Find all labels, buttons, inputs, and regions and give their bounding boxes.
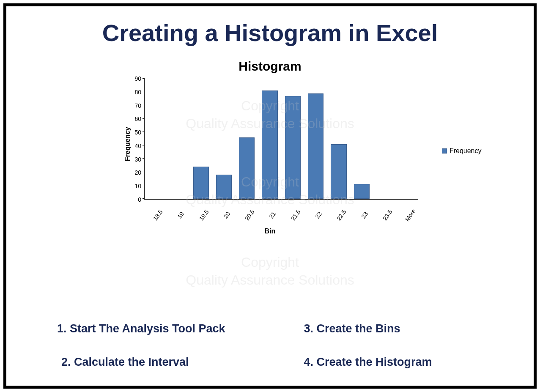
x-tick: 20.5 (242, 207, 257, 224)
chart-title: Histogram (122, 59, 418, 74)
y-axis-ticks: 9080706050403020100 (133, 79, 144, 210)
x-tick: 23 (357, 207, 372, 224)
y-tick-mark (143, 185, 145, 185)
histogram-bar (193, 167, 209, 199)
bars-container (147, 79, 415, 199)
watermark-line: Quality Assurance Solutions (186, 272, 354, 288)
legend-swatch-icon (442, 148, 447, 154)
watermark-line: Copyright (241, 255, 299, 270)
histogram-bar (308, 93, 323, 199)
histogram-bar (285, 96, 301, 199)
x-tick: 21.5 (288, 207, 303, 224)
y-tick-mark (143, 158, 145, 159)
histogram-chart: Histogram Frequency 9080706050403020100 … (122, 59, 418, 235)
x-tick: 19.5 (197, 207, 211, 224)
y-axis-label: Frequency (122, 79, 133, 210)
histogram-bar (262, 90, 277, 199)
histogram-bar (354, 184, 370, 199)
x-axis-label: Bin (122, 228, 418, 235)
x-axis-ticks: 18.51919.52020.52121.52222.52323.5More (147, 213, 415, 220)
x-tick: More (403, 207, 417, 224)
histogram-bar (216, 175, 232, 199)
y-tick-mark (143, 78, 145, 79)
y-tick-mark (143, 145, 145, 145)
chart-legend: Frequency (442, 147, 482, 155)
x-tick: 20 (219, 207, 234, 224)
step-3: 3. Create the Bins (291, 322, 500, 335)
legend-label: Frequency (450, 147, 482, 155)
x-tick: 22 (311, 207, 326, 224)
page-title: Creating a Histogram in Excel (23, 19, 517, 47)
y-tick-mark (143, 132, 145, 132)
steps-list: 1. Start The Analysis Tool Pack 3. Creat… (57, 322, 500, 369)
y-tick-mark (143, 198, 145, 199)
x-tick: 22.5 (334, 207, 348, 224)
y-tick-mark (143, 118, 145, 119)
histogram-bar (239, 137, 255, 199)
watermark: Copyright Quality Assurance Solutions (186, 254, 354, 289)
step-1: 1. Start The Analysis Tool Pack (57, 322, 266, 335)
histogram-bar (331, 144, 346, 199)
slide-frame: Creating a Histogram in Excel Copyright … (3, 3, 537, 389)
x-tick: 21 (265, 207, 280, 224)
step-4: 4. Create the Histogram (291, 356, 500, 369)
y-tick-mark (143, 92, 145, 92)
x-tick: 23.5 (380, 207, 395, 224)
y-tick-mark (143, 105, 145, 105)
chart-body: Frequency 9080706050403020100 18.51919.5… (122, 79, 418, 210)
x-tick: 19 (173, 207, 188, 224)
plot-area: 18.51919.52020.52121.52222.52323.5More (144, 79, 418, 200)
y-tick-mark (143, 172, 145, 172)
x-tick: 18.5 (151, 207, 165, 224)
step-2: 2. Calculate the Interval (57, 356, 266, 369)
